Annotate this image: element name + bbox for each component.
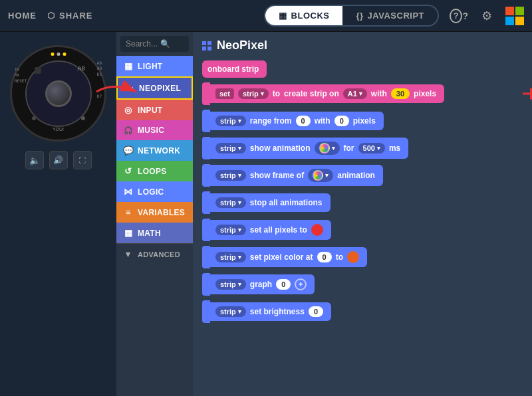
search-icon: 🔍 (160, 39, 184, 49)
math-icon: ▦ (123, 228, 134, 238)
device-circle[interactable]: TXRXRESET A8AOD5 D7 YOU! A8 (10, 45, 106, 142)
sidebar-item-logic[interactable]: ⋈ LOGIC (116, 181, 193, 202)
stop-connector (202, 191, 210, 214)
device-lens (45, 80, 72, 107)
range-with-value[interactable]: 0 (334, 116, 349, 126)
volume-up-icon: 🔊 (53, 155, 63, 165)
network-icon: 💬 (123, 146, 134, 155)
graph-plus-icon: + (295, 278, 307, 290)
gear-icon: ⚙ (481, 9, 492, 23)
area-title: NeoPixel (202, 39, 523, 52)
strip-dropdown-graph[interactable]: strip (215, 279, 246, 290)
sidebar-item-neopixel[interactable]: ⋯ NEOPIXEL (116, 76, 193, 100)
block-onboard-strip[interactable]: onboard strip (202, 60, 523, 78)
set-all-connector (202, 219, 210, 241)
block-stop-animations[interactable]: strip stop all animations (202, 191, 523, 214)
set-label: set (215, 88, 234, 99)
device-inner: A8 (25, 60, 92, 127)
volume-down-button[interactable]: 🔈 (25, 151, 44, 169)
microsoft-logo[interactable] (505, 7, 524, 25)
pixels-value[interactable]: 30 (391, 88, 410, 99)
variables-icon: ≡ (123, 207, 134, 217)
share-icon: ⬡ (47, 11, 55, 21)
strip-dropdown-range[interactable]: strip (215, 116, 246, 126)
logic-icon: ⋈ (123, 187, 134, 197)
nav-icons: ? ? ⚙ (450, 7, 524, 25)
area-title-text: NeoPixel (217, 39, 267, 52)
settings-button[interactable]: ⚙ (477, 7, 496, 25)
block-range[interactable]: strip range from 0 with 0 pixels (202, 110, 523, 132)
sidebar-item-variables[interactable]: ≡ VARIABLES (116, 202, 193, 223)
js-icon: {} (356, 11, 363, 21)
block-set-pixel-color[interactable]: strip set pixel color at 0 to (202, 246, 523, 268)
sidebar-item-input[interactable]: ◎ INPUT (116, 100, 193, 120)
range-from-value[interactable]: 0 (296, 116, 311, 126)
blocks-area: NeoPixel onboard strip set strip to crea… (193, 32, 532, 396)
strip-dropdown-stop[interactable]: strip (215, 197, 246, 208)
search-bar[interactable]: Search... 🔍 (120, 36, 189, 52)
set-pixel-connector (202, 246, 210, 268)
device-panel: TXRXRESET A8AOD5 D7 YOU! A8 (0, 32, 116, 396)
light-icon: ▦ (123, 61, 134, 71)
tab-blocks[interactable]: ▦ BLOCKS (265, 6, 342, 25)
input-icon: ◎ (123, 105, 134, 115)
set-strip-connector (202, 82, 210, 105)
red-arrow-right (519, 84, 532, 104)
graph-value[interactable]: 0 (276, 279, 291, 290)
a1-dropdown[interactable]: A1 (343, 88, 367, 99)
sidebar-item-math[interactable]: ▦ MATH (116, 223, 193, 243)
strip-dropdown-brightness[interactable]: strip (215, 306, 246, 317)
pixel-index-value[interactable]: 0 (317, 252, 332, 262)
sidebar-item-loops[interactable]: ↺ LOOPS (116, 161, 193, 181)
nav-share[interactable]: ⬡ SHARE (47, 11, 93, 21)
sidebar: Search... 🔍 ▦ LIGHT ⋯ NEOPIXEL ◎ INPUT 🎧… (116, 32, 193, 396)
neopixel-title-icon (202, 41, 211, 50)
block-set-brightness[interactable]: strip set brightness 0 (202, 300, 523, 323)
neopixel-icon: ⋯ (124, 83, 135, 93)
tab-javascript[interactable]: {} JAVASCRIPT (342, 6, 438, 25)
strip-dropdown-frame[interactable]: strip (215, 170, 246, 181)
brightness-connector (202, 300, 210, 323)
blocks-icon: ▦ (279, 11, 287, 21)
color-picker-pixel[interactable] (347, 251, 359, 263)
help-icon: ? (450, 9, 462, 23)
sidebar-item-network[interactable]: 💬 NETWORK (116, 140, 193, 161)
animation-type-dropdown[interactable] (315, 142, 340, 155)
fullscreen-button[interactable]: ⛶ (73, 151, 92, 169)
music-icon: 🎧 (123, 126, 134, 135)
main-layout: TXRXRESET A8AOD5 D7 YOU! A8 (0, 32, 532, 396)
sidebar-item-music[interactable]: 🎧 MUSIC (116, 120, 193, 140)
color-picker-all[interactable] (311, 224, 323, 236)
block-show-animation[interactable]: strip show animation for 500 ms (202, 137, 523, 159)
search-placeholder: Search... (126, 39, 158, 49)
top-nav: HOME ⬡ SHARE ▦ BLOCKS {} JAVASCRIPT ? ? … (0, 0, 532, 32)
range-connector (202, 110, 210, 132)
graph-connector (202, 273, 210, 296)
loops-icon: ↺ (123, 166, 134, 176)
onboard-strip-label: onboard strip (207, 64, 259, 74)
block-graph[interactable]: strip graph 0 + (202, 273, 523, 296)
frame-connector (202, 164, 210, 187)
frame-anim-dropdown[interactable] (308, 169, 333, 182)
strip-dropdown-pixel[interactable]: strip (215, 252, 246, 262)
sidebar-item-light[interactable]: ▦ LIGHT (116, 56, 193, 76)
device-controls: 🔈 🔊 ⛶ (25, 151, 92, 169)
volume-up-button[interactable]: 🔊 (49, 151, 68, 169)
duration-dropdown[interactable]: 500 (358, 143, 385, 153)
block-set-all-pixels[interactable]: strip set all pixels to (202, 219, 523, 241)
advanced-icon: ▾ (123, 249, 134, 259)
sidebar-item-advanced[interactable]: ▾ ADVANCED (116, 243, 193, 264)
tab-group: ▦ BLOCKS {} JAVASCRIPT (264, 5, 439, 27)
volume-down-icon: 🔈 (29, 155, 40, 165)
fullscreen-icon: ⛶ (79, 157, 86, 164)
strip-dropdown-all[interactable]: strip (215, 225, 246, 235)
anim-connector (202, 137, 210, 159)
nav-home[interactable]: HOME (8, 11, 37, 21)
strip-dropdown-anim[interactable]: strip (215, 143, 246, 153)
block-show-frame[interactable]: strip show frame of animation (202, 164, 523, 187)
brightness-value[interactable]: 0 (309, 306, 323, 317)
strip-dropdown-1[interactable]: strip (238, 88, 269, 99)
block-set-strip[interactable]: set strip to create strip on A1 with 30 … (202, 82, 523, 105)
help-button[interactable]: ? ? (450, 7, 468, 25)
